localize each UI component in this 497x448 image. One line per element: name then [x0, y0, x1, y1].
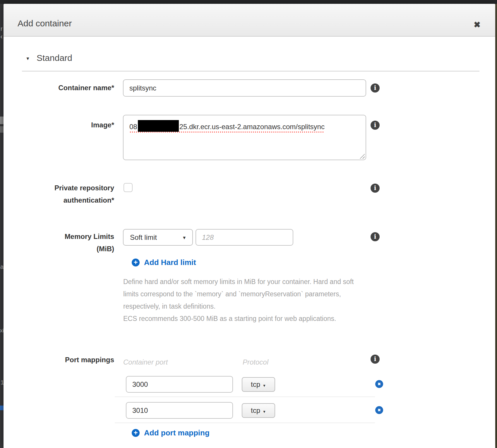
private-repo-checkbox[interactable]	[124, 183, 133, 192]
protocol-value: tcp	[251, 380, 260, 388]
add-hard-limit-link[interactable]: Add Hard limit	[144, 258, 196, 267]
chevron-down-icon: ▼	[182, 235, 186, 240]
container-port-column-header: Container port	[123, 358, 168, 366]
memory-limits-label-line2: (MiB)	[23, 245, 114, 253]
modal-title: Add container	[18, 18, 72, 28]
image-value-suffix: 25.dkr.ecr.us-east-2.amazonaws.com/split…	[179, 123, 325, 131]
port-row	[126, 402, 233, 419]
background-page-fragment: r	[1, 26, 3, 32]
image-textarea[interactable]: 0825.dkr.ecr.us-east-2.amazonaws.com/spl…	[123, 115, 366, 160]
screen: r ‹ a xi 1 Add container ✖ ▼ Standard Co…	[0, 0, 497, 448]
memory-limits-help-text: Define hard and/or soft memory limits in…	[123, 276, 366, 325]
memory-limit-value-input[interactable]	[196, 230, 293, 245]
info-icon[interactable]: i	[371, 355, 380, 364]
info-icon[interactable]: i	[371, 184, 380, 193]
background-page-strip: r ‹ a xi 1	[0, 4, 4, 448]
protocol-value: tcp	[251, 406, 260, 414]
port-row	[126, 376, 233, 393]
background-page-fragment	[0, 406, 4, 410]
help-line: Define hard and/or soft memory limits in…	[123, 276, 366, 288]
background-page-fragment	[0, 126, 4, 133]
textarea-resize-handle[interactable]	[360, 154, 365, 159]
add-icon[interactable]: +	[132, 429, 140, 437]
section-divider	[22, 71, 479, 71]
remove-port-mapping-icon[interactable]: ✖	[375, 380, 383, 388]
add-port-mapping-link[interactable]: Add port mapping	[144, 428, 210, 437]
memory-limits-label-line1: Memory Limits	[23, 232, 114, 241]
chevron-down-icon: ▼	[263, 384, 266, 388]
memory-limit-type-value: Soft limit	[130, 230, 157, 245]
background-page-fragment: xi	[0, 328, 4, 334]
help-line: limits correspond to the `memory` and `m…	[123, 288, 366, 300]
protocol-select[interactable]: tcp▼	[242, 377, 275, 392]
container-port-input[interactable]	[126, 377, 232, 392]
info-icon[interactable]: i	[371, 121, 380, 130]
port-row-divider	[115, 423, 375, 423]
help-line: ECS recommends 300-500 MiB as a starting…	[123, 312, 366, 325]
memory-limit-type-select[interactable]: Soft limit ▼	[123, 229, 193, 246]
port-row-divider	[115, 396, 375, 397]
background-page-fragment: ‹	[0, 34, 3, 40]
remove-port-mapping-icon[interactable]: ✖	[375, 406, 383, 414]
help-line: respectively, in task definitions.	[123, 300, 366, 312]
container-name-field-box	[123, 79, 366, 97]
modal-header: Add container ✖	[4, 4, 495, 37]
info-icon[interactable]: i	[371, 83, 380, 93]
chevron-down-icon: ▼	[263, 410, 266, 414]
protocol-column-header: Protocol	[243, 358, 268, 366]
image-value-prefix: 08	[129, 123, 137, 131]
memory-limit-value-box	[196, 229, 293, 246]
redaction-box	[138, 120, 179, 132]
container-port-input[interactable]	[126, 403, 232, 418]
add-container-modal: Add container ✖ ▼ Standard Container nam…	[4, 4, 495, 448]
info-icon[interactable]: i	[371, 232, 380, 241]
background-page-fragment: 1	[1, 379, 4, 385]
close-icon[interactable]: ✖	[471, 19, 483, 31]
section-collapse-icon[interactable]: ▼	[23, 56, 32, 61]
private-repo-label-line1: Private repository	[23, 184, 114, 192]
browser-top-bar	[0, 0, 497, 4]
image-value: 0825.dkr.ecr.us-east-2.amazonaws.com/spl…	[129, 123, 325, 133]
background-page-fragment	[0, 117, 4, 124]
private-repo-label-line2: authentication*	[23, 196, 114, 204]
port-mappings-label: Port mappings	[23, 356, 114, 364]
add-icon[interactable]: +	[132, 259, 140, 266]
section-title[interactable]: Standard	[37, 53, 72, 63]
container-name-input[interactable]	[124, 80, 366, 96]
background-page-fragment: a	[0, 264, 4, 270]
container-name-label: Container name*	[23, 84, 114, 92]
background-page-strip-right	[495, 4, 497, 448]
image-label: Image*	[23, 121, 114, 129]
protocol-select[interactable]: tcp▼	[242, 403, 275, 418]
